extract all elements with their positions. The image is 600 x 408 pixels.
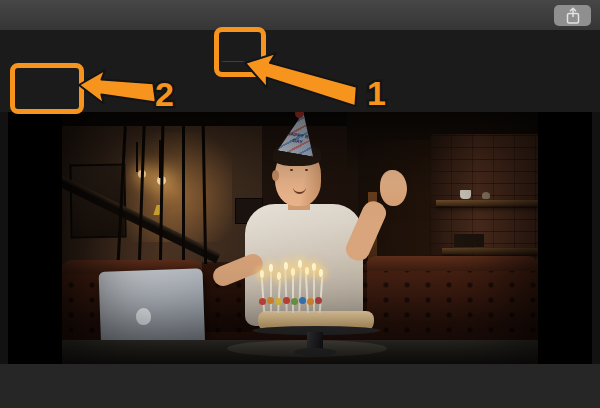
share-icon bbox=[563, 7, 583, 25]
viewer-area: HAPPY B-DAY bbox=[0, 112, 600, 364]
player-bar bbox=[0, 364, 600, 408]
share-button[interactable] bbox=[554, 5, 591, 26]
adjust-toolbar: Reset All bbox=[0, 30, 600, 62]
video-frame: HAPPY B-DAY bbox=[62, 112, 538, 364]
video-editor-window: Reset All Crop Reset bbox=[0, 0, 600, 408]
scene-vignette bbox=[62, 112, 538, 364]
titlebar bbox=[0, 0, 600, 31]
crop-options-bar: Crop Reset bbox=[0, 62, 600, 112]
video-stage[interactable]: HAPPY B-DAY bbox=[8, 112, 592, 364]
